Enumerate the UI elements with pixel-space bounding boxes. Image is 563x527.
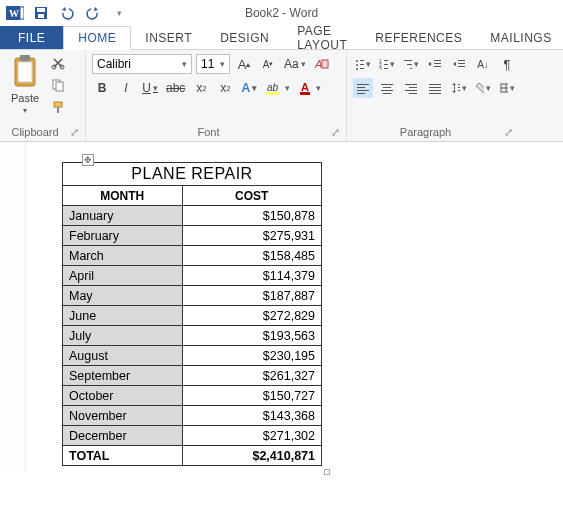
- document-table[interactable]: PLANE REPAIR MONTH COST January$150,878F…: [62, 162, 322, 466]
- subscript-icon[interactable]: x2: [191, 78, 211, 98]
- numbering-icon[interactable]: 123▾: [377, 54, 397, 74]
- paragraph-launcher-icon[interactable]: ⤢: [504, 126, 513, 139]
- tab-home[interactable]: HOME: [63, 26, 131, 50]
- header-cost[interactable]: COST: [182, 186, 321, 206]
- clipboard-launcher-icon[interactable]: ⤢: [70, 126, 79, 139]
- highlight-icon[interactable]: ab▾: [263, 78, 292, 98]
- page[interactable]: ✥ PLANE REPAIR MONTH COST January$150,87…: [26, 142, 322, 472]
- align-center-icon[interactable]: [377, 78, 397, 98]
- tab-page-layout[interactable]: PAGE LAYOUT: [283, 26, 361, 49]
- tab-mailings[interactable]: MAILINGS: [476, 26, 563, 49]
- table-cell-month[interactable]: August: [63, 346, 183, 366]
- svg-text:W: W: [9, 8, 19, 19]
- align-left-icon[interactable]: [353, 78, 373, 98]
- line-spacing-icon[interactable]: ▾: [449, 78, 469, 98]
- paste-dropdown-icon[interactable]: ▾: [23, 106, 27, 115]
- table-cell-cost[interactable]: $261,327: [182, 366, 321, 386]
- svg-point-21: [356, 60, 358, 62]
- svg-rect-50: [405, 84, 417, 85]
- italic-icon[interactable]: I: [116, 78, 136, 98]
- bold-icon[interactable]: B: [92, 78, 112, 98]
- svg-rect-56: [429, 90, 441, 91]
- ribbon: Paste ▾ Clipboard⤢ Cal: [0, 50, 563, 142]
- table-cell-month[interactable]: November: [63, 406, 183, 426]
- tab-file[interactable]: FILE: [0, 26, 63, 49]
- table-cell-cost[interactable]: $272,829: [182, 306, 321, 326]
- table-cell-month[interactable]: May: [63, 286, 183, 306]
- bullets-icon[interactable]: ▾: [353, 54, 373, 74]
- redo-icon[interactable]: [82, 2, 104, 24]
- undo-icon[interactable]: [56, 2, 78, 24]
- table-cell-month[interactable]: June: [63, 306, 183, 326]
- borders-icon[interactable]: ▾: [497, 78, 517, 98]
- cut-icon[interactable]: [48, 54, 68, 72]
- svg-rect-34: [407, 64, 412, 65]
- save-icon[interactable]: [30, 2, 52, 24]
- grow-font-icon[interactable]: A▴: [234, 54, 254, 74]
- svg-rect-30: [384, 64, 388, 65]
- vertical-ruler: [0, 142, 26, 472]
- table-cell-cost[interactable]: $150,727: [182, 386, 321, 406]
- strikethrough-icon[interactable]: abc: [164, 78, 187, 98]
- table-cell-month[interactable]: January: [63, 206, 183, 226]
- font-size-value: 11: [201, 57, 214, 71]
- table-resize-handle-icon[interactable]: [324, 469, 330, 475]
- tab-references[interactable]: REFERENCES: [361, 26, 476, 49]
- table-cell-month[interactable]: April: [63, 266, 183, 286]
- table-cell-cost[interactable]: $275,931: [182, 226, 321, 246]
- total-label[interactable]: TOTAL: [63, 446, 183, 466]
- table-cell-cost[interactable]: $187,887: [182, 286, 321, 306]
- total-cost[interactable]: $2,410,871: [182, 446, 321, 466]
- paste-label: Paste: [11, 92, 39, 104]
- svg-rect-57: [429, 93, 441, 94]
- svg-rect-18: [266, 92, 280, 95]
- table-cell-cost[interactable]: $271,302: [182, 426, 321, 446]
- table-title[interactable]: PLANE REPAIR: [63, 163, 322, 186]
- table-cell-month[interactable]: July: [63, 326, 183, 346]
- svg-rect-4: [37, 8, 45, 12]
- align-right-icon[interactable]: [401, 78, 421, 98]
- table-cell-month[interactable]: February: [63, 226, 183, 246]
- decrease-indent-icon[interactable]: [425, 54, 445, 74]
- show-marks-icon[interactable]: ¶: [497, 54, 517, 74]
- shading-icon[interactable]: ▾: [473, 78, 493, 98]
- underline-icon[interactable]: U▾: [140, 78, 160, 98]
- font-name-combo[interactable]: Calibri ▾: [92, 54, 192, 74]
- qat-customize-dropdown-icon[interactable]: ▾: [108, 2, 130, 24]
- table-cell-cost[interactable]: $158,485: [182, 246, 321, 266]
- table-cell-month[interactable]: September: [63, 366, 183, 386]
- table-cell-month[interactable]: March: [63, 246, 183, 266]
- sort-icon[interactable]: A↓: [473, 54, 493, 74]
- svg-rect-58: [454, 85, 455, 91]
- tab-insert[interactable]: INSERT: [131, 26, 206, 49]
- increase-indent-icon[interactable]: [449, 54, 469, 74]
- justify-icon[interactable]: [425, 78, 445, 98]
- svg-rect-40: [458, 63, 465, 64]
- table-cell-month[interactable]: October: [63, 386, 183, 406]
- multilevel-list-icon[interactable]: ▾: [401, 54, 421, 74]
- copy-icon[interactable]: [48, 76, 68, 94]
- format-painter-icon[interactable]: [48, 98, 68, 116]
- svg-rect-12: [56, 82, 63, 91]
- paste-button[interactable]: Paste ▾: [6, 54, 44, 115]
- table-cell-cost[interactable]: $143,368: [182, 406, 321, 426]
- table-cell-cost[interactable]: $150,878: [182, 206, 321, 226]
- table-cell-cost[interactable]: $114,379: [182, 266, 321, 286]
- text-effects-icon[interactable]: A▾: [239, 78, 259, 98]
- font-color-icon[interactable]: A▾: [296, 78, 323, 98]
- svg-rect-61: [458, 90, 460, 91]
- font-launcher-icon[interactable]: ⤢: [331, 126, 340, 139]
- superscript-icon[interactable]: x2: [215, 78, 235, 98]
- tab-design[interactable]: DESIGN: [206, 26, 283, 49]
- clear-formatting-icon[interactable]: A: [312, 54, 332, 74]
- word-app-icon[interactable]: W: [4, 2, 26, 24]
- shrink-font-icon[interactable]: A▾: [258, 54, 278, 74]
- change-case-icon[interactable]: Aa▾: [282, 54, 308, 74]
- table-cell-cost[interactable]: $230,195: [182, 346, 321, 366]
- header-month[interactable]: MONTH: [63, 186, 183, 206]
- table-cell-month[interactable]: December: [63, 426, 183, 446]
- svg-rect-47: [383, 87, 391, 88]
- font-size-combo[interactable]: 11 ▾: [196, 54, 230, 74]
- table-cell-cost[interactable]: $193,563: [182, 326, 321, 346]
- table-move-handle-icon[interactable]: ✥: [82, 154, 94, 166]
